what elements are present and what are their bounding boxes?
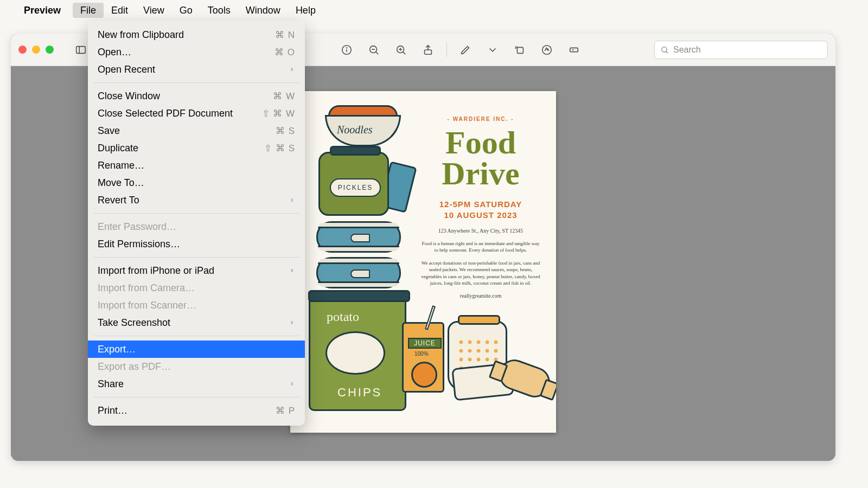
close-window-button[interactable] <box>18 46 27 54</box>
menu-item-label: Take Screenshot <box>98 317 170 329</box>
flyer-address: 123 Anywhere St., Any City, ST 12345 <box>420 228 541 234</box>
menu-tools[interactable]: Tools <box>200 3 238 18</box>
file-menu-dropdown: New from Clipboard⌘ NOpen…⌘ OOpen Recent… <box>88 21 305 426</box>
markup-dropdown-button[interactable] <box>482 40 503 60</box>
menu-go[interactable]: Go <box>172 3 200 18</box>
menu-item-new-from-clipboard[interactable]: New from Clipboard⌘ N <box>88 26 305 43</box>
menu-item-label: Close Selected PDF Document <box>98 108 233 119</box>
minimize-window-button[interactable] <box>32 46 40 54</box>
menu-item-open-recent[interactable]: Open Recent <box>88 61 305 78</box>
menu-item-import-from-camera: Import from Camera… <box>88 279 305 297</box>
menu-separator <box>93 397 299 397</box>
info-button[interactable] <box>336 40 358 60</box>
menu-item-revert-to[interactable]: Revert To <box>88 191 305 209</box>
menu-item-save[interactable]: Save⌘ S <box>88 122 305 139</box>
zoom-out-button[interactable] <box>363 40 385 60</box>
menu-separator <box>93 82 299 83</box>
menu-item-rename[interactable]: Rename… <box>88 157 305 174</box>
chevron-right-icon <box>289 265 295 277</box>
noodles-graphic: Noodles <box>325 105 401 146</box>
menu-item-open[interactable]: Open…⌘ O <box>88 43 305 61</box>
chevron-right-icon <box>289 195 295 206</box>
app-name[interactable]: Preview <box>24 5 61 16</box>
menu-shortcut: ⌘ P <box>276 405 295 416</box>
chips-label: CHIPS <box>337 386 382 400</box>
menu-item-label: Import from Camera… <box>98 282 195 294</box>
search-icon <box>660 46 669 54</box>
flyer-illustration: Noodles PICKLES potato CHIPS JUICE <box>309 105 417 420</box>
menu-item-label: Edit Permissions… <box>98 239 180 250</box>
flyer-title: FoodDrive <box>420 127 541 189</box>
fish-tin-graphic <box>316 257 401 288</box>
menu-shortcut: ⇧ ⌘ W <box>262 108 296 119</box>
flyer-website: reallygreatsite.com <box>420 293 541 299</box>
menu-item-import-from-scanner: Import from Scanner… <box>88 297 305 314</box>
menu-window[interactable]: Window <box>238 3 288 18</box>
menu-edit[interactable]: Edit <box>104 3 136 18</box>
menu-item-print[interactable]: Print…⌘ P <box>88 402 305 419</box>
menu-item-edit-permissions[interactable]: Edit Permissions… <box>88 235 305 253</box>
markup-button[interactable] <box>455 40 476 60</box>
menu-item-enter-password: Enter Password… <box>88 218 305 235</box>
menu-item-label: Share <box>98 378 124 390</box>
menu-item-label: Import from iPhone or iPad <box>98 265 214 277</box>
menu-item-label: Enter Password… <box>98 221 176 233</box>
menu-shortcut: ⌘ N <box>275 29 295 41</box>
chevron-right-icon <box>289 378 295 390</box>
menu-help[interactable]: Help <box>288 3 323 18</box>
menu-item-duplicate[interactable]: Duplicate⇧ ⌘ S <box>88 139 305 157</box>
menu-item-label: Close Window <box>98 91 160 102</box>
chevron-right-icon <box>289 317 295 329</box>
menu-item-label: New from Clipboard <box>98 29 184 41</box>
menu-item-label: Export as PDF… <box>98 361 171 373</box>
potato-label: potato <box>327 310 359 324</box>
search-field[interactable]: Search <box>654 41 828 59</box>
flyer-body-2: We accept donations of non-perishable fo… <box>420 260 541 286</box>
pickles-jar-graphic: PICKLES <box>318 152 389 216</box>
window-controls <box>18 46 54 54</box>
menu-item-label: Import from Scanner… <box>98 300 196 311</box>
svg-point-17 <box>662 47 667 52</box>
svg-line-18 <box>666 51 668 53</box>
chips-bag-graphic: potato CHIPS <box>309 292 406 411</box>
fish-tin-graphic <box>316 221 401 253</box>
form-button[interactable] <box>563 40 585 60</box>
menu-item-close-selected-pdf-document[interactable]: Close Selected PDF Document⇧ ⌘ W <box>88 105 305 122</box>
menu-separator <box>93 336 299 336</box>
menu-item-label: Open… <box>98 47 131 58</box>
noodles-label: Noodles <box>337 124 373 136</box>
svg-point-4 <box>347 47 347 48</box>
menu-item-close-window[interactable]: Close Window⌘ W <box>88 87 305 105</box>
menu-item-move-to[interactable]: Move To… <box>88 174 305 191</box>
menu-item-label: Duplicate <box>98 143 138 154</box>
menu-shortcut: ⌘ O <box>275 47 295 58</box>
menu-item-label: Revert To <box>98 195 139 206</box>
svg-rect-12 <box>425 50 432 54</box>
document-page[interactable]: Noodles PICKLES potato CHIPS JUICE <box>290 91 556 433</box>
highlight-button[interactable] <box>536 40 558 60</box>
menu-item-export-as-pdf: Export as PDF… <box>88 358 305 375</box>
macos-menubar: Preview FileEditViewGoToolsWindowHelp <box>0 0 868 21</box>
menu-item-label: Move To… <box>98 177 144 189</box>
menu-separator <box>93 257 299 258</box>
toolbar-divider <box>446 43 447 57</box>
menu-item-import-from-iphone-or-ipad[interactable]: Import from iPhone or iPad <box>88 262 305 279</box>
menu-item-take-screenshot[interactable]: Take Screenshot <box>88 314 305 331</box>
zoom-in-button[interactable] <box>390 40 412 60</box>
menu-item-share[interactable]: Share <box>88 375 305 393</box>
share-button[interactable] <box>417 40 439 60</box>
menu-view[interactable]: View <box>136 3 172 18</box>
flyer-text-block: - WARDIERE INC. - FoodDrive 12-5PM SATUR… <box>420 116 541 299</box>
fullscreen-window-button[interactable] <box>46 46 54 54</box>
menu-shortcut: ⌘ S <box>276 125 295 137</box>
menu-item-export[interactable]: Export… <box>88 341 305 358</box>
menu-item-label: Save <box>98 125 120 137</box>
menu-item-label: Rename… <box>98 160 144 171</box>
juice-percent: 100% <box>414 351 429 357</box>
menu-shortcut: ⌘ W <box>273 91 295 102</box>
svg-rect-13 <box>517 47 523 53</box>
menu-item-label: Print… <box>98 405 127 416</box>
menu-shortcut: ⇧ ⌘ S <box>264 143 295 154</box>
rotate-button[interactable] <box>509 40 531 60</box>
menu-file[interactable]: File <box>73 3 104 18</box>
